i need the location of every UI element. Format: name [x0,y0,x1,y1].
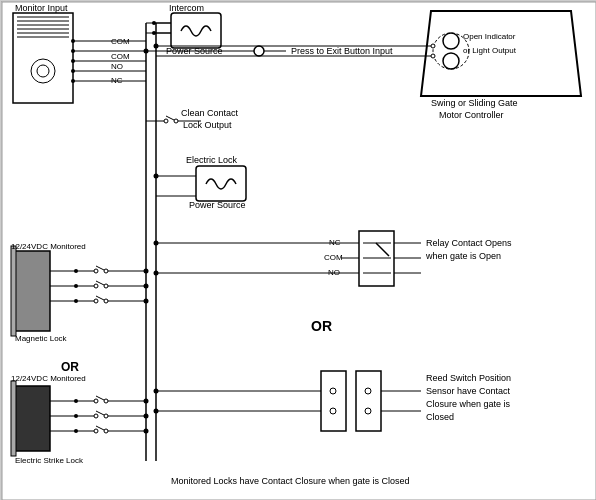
svg-text:Sensor have Contact: Sensor have Contact [426,386,511,396]
svg-point-76 [94,299,98,303]
svg-text:Swing or Sliding Gate: Swing or Sliding Gate [431,98,518,108]
svg-text:Electric Strike Lock: Electric Strike Lock [15,456,84,465]
svg-point-109 [144,429,149,434]
svg-rect-84 [15,386,50,451]
svg-text:COM: COM [111,37,130,46]
svg-text:Reed Switch Position: Reed Switch Position [426,373,511,383]
svg-point-79 [144,284,149,289]
svg-point-105 [94,429,98,433]
svg-text:Monitored Locks have Contact C: Monitored Locks have Contact Closure whe… [171,476,410,486]
svg-text:Press to Exit Button Input: Press to Exit Button Input [291,46,393,56]
svg-text:Clean Contact: Clean Contact [181,108,239,118]
svg-point-144 [154,241,159,246]
svg-point-126 [154,44,159,49]
svg-point-80 [144,299,149,304]
svg-rect-55 [15,251,50,331]
svg-text:Magnetic Lock: Magnetic Lock [15,334,68,343]
svg-text:Electric Lock: Electric Lock [186,155,238,165]
svg-text:12/24VDC Monitored: 12/24VDC Monitored [11,242,86,251]
svg-point-119 [431,44,435,48]
svg-point-72 [104,284,108,288]
svg-point-100 [94,414,98,418]
svg-point-47 [164,119,168,123]
svg-text:Motor Controller: Motor Controller [439,110,504,120]
svg-rect-49 [196,166,246,201]
svg-point-146 [154,271,159,276]
wiring-diagram: Monitor Input Intercom Power Source Pres… [0,0,596,500]
svg-text:Open Indicator: Open Indicator [463,32,516,41]
svg-text:OR: OR [61,360,79,374]
svg-point-121 [431,54,435,58]
svg-point-66 [94,269,98,273]
svg-point-108 [144,414,149,419]
svg-point-53 [154,174,159,179]
svg-text:Relay Contact Opens: Relay Contact Opens [426,238,512,248]
svg-point-113 [443,33,459,49]
svg-point-67 [104,269,108,273]
svg-point-48 [174,119,178,123]
svg-text:Intercom: Intercom [169,3,204,13]
svg-text:12/24VDC Monitored: 12/24VDC Monitored [11,374,86,383]
svg-point-23 [254,46,264,56]
svg-point-114 [443,53,459,69]
svg-text:COM: COM [324,253,343,262]
svg-text:Closure when gate is: Closure when gate is [426,399,511,409]
svg-rect-85 [11,381,16,456]
svg-text:NO: NO [111,62,123,71]
svg-point-96 [104,399,108,403]
svg-point-106 [104,429,108,433]
svg-point-151 [330,408,336,414]
svg-point-71 [94,284,98,288]
svg-point-78 [144,269,149,274]
svg-point-107 [144,399,149,404]
svg-text:Monitor Input: Monitor Input [15,3,68,13]
svg-point-150 [330,388,336,394]
svg-point-153 [365,408,371,414]
svg-rect-16 [171,13,221,48]
svg-text:OR: OR [311,318,332,334]
svg-rect-56 [11,246,16,336]
svg-rect-149 [356,371,381,431]
svg-point-95 [94,399,98,403]
svg-point-152 [365,388,371,394]
svg-point-157 [154,409,159,414]
svg-text:COM: COM [111,52,130,61]
svg-rect-148 [321,371,346,431]
svg-point-155 [154,389,159,394]
svg-text:Power Source: Power Source [189,200,246,210]
svg-text:or Light Output: or Light Output [463,46,517,55]
svg-point-101 [104,414,108,418]
svg-text:Closed: Closed [426,412,454,422]
svg-point-9 [37,65,49,77]
svg-text:when gate is Open: when gate is Open [425,251,501,261]
svg-point-77 [104,299,108,303]
svg-rect-1 [13,13,73,103]
svg-text:NC: NC [111,76,123,85]
